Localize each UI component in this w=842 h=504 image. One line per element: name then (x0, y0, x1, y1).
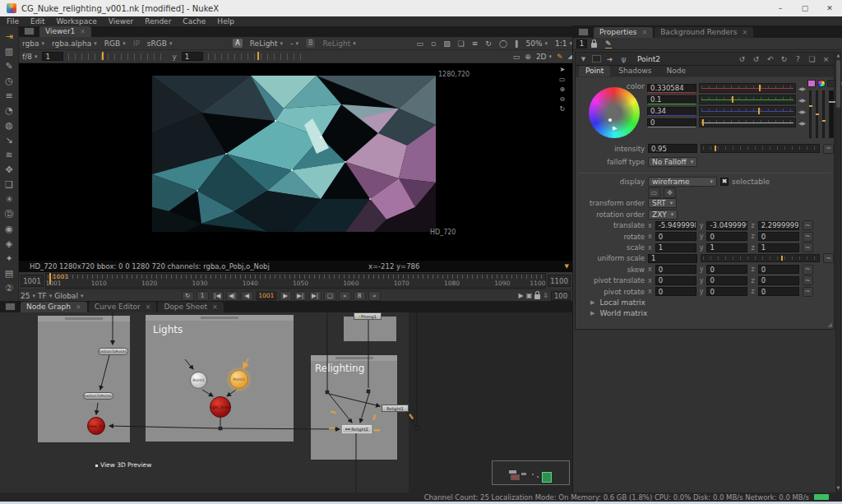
image-icon[interactable]: ▥ (1, 44, 18, 58)
blue-nudge-icon[interactable]: ◀▶ (798, 109, 806, 114)
fstop-control[interactable]: f/8 (22, 53, 37, 61)
snap-icon[interactable]: ✥ (664, 187, 676, 198)
translate-y-field[interactable]: -3.04999995 (706, 221, 747, 230)
rotate-curve-icon[interactable]: ~ (803, 232, 813, 242)
gamma-field[interactable]: 1 (182, 52, 203, 61)
viewer-pane-icon[interactable] (24, 27, 35, 35)
menu-edit[interactable]: Edit (30, 17, 44, 25)
goto-node-icon[interactable]: ➜ (604, 54, 615, 64)
menu-render[interactable]: Render (145, 17, 171, 25)
tab-close-icon[interactable]: × (80, 28, 86, 35)
panel-lock-icon[interactable] (591, 43, 597, 48)
sat-vslider[interactable] (816, 90, 818, 138)
lock-range-icon[interactable] (534, 294, 540, 299)
red-nudge-icon[interactable]: ◀▶ (798, 86, 806, 91)
menu-help[interactable]: Help (217, 17, 234, 25)
close-button[interactable]: ✕ (817, 0, 842, 16)
step-back-button[interactable]: ◀ (241, 291, 253, 301)
zoom-level-dropdown[interactable]: 50% (525, 39, 548, 48)
playback-rate-field[interactable]: 100 (551, 291, 571, 301)
node-preview-scene[interactable]: Preview_Scene (87, 417, 105, 435)
frame-format-icon[interactable]: ▭ (513, 53, 520, 61)
tab-close-icon[interactable]: × (212, 303, 218, 311)
minimize-button[interactable]: – (768, 0, 793, 16)
node-tree-icon[interactable]: ψ (618, 54, 629, 64)
zoom-in-icon[interactable]: ⊕ (559, 86, 565, 93)
minimap-viewport[interactable] (542, 472, 552, 483)
alpha-value-field[interactable]: 0 (647, 118, 696, 127)
small-monitor-icon[interactable]: ▫ (431, 39, 436, 48)
rotate-view-icon[interactable]: ↻ (559, 105, 565, 113)
range-end-field[interactable]: 1100 (548, 275, 571, 287)
input-process-toggle[interactable]: IP (133, 39, 140, 48)
node-point1[interactable]: Point1 (190, 372, 207, 389)
redo-icon[interactable]: ↻ (779, 54, 789, 64)
draw-icon[interactable]: ✎ (1, 58, 18, 73)
color-wheel[interactable]: ▶ (589, 87, 640, 138)
3d-nav-icon[interactable]: ⊕ (525, 53, 531, 61)
wipe-mode-dropdown[interactable]: - (290, 39, 298, 48)
val-vslider[interactable] (822, 90, 825, 138)
scale-curve-icon[interactable]: ~ (803, 243, 813, 252)
marquee-icon[interactable]: ▭ (559, 76, 566, 83)
render-icon[interactable]: ▣ (526, 292, 533, 299)
local-matrix-label[interactable]: Local matrix (599, 298, 645, 307)
split-channels-icon[interactable] (827, 80, 835, 87)
panel-count-field[interactable]: 1 (576, 39, 587, 49)
node-light-scene[interactable]: Light_Scene (210, 396, 231, 418)
translate-z-field[interactable]: 2.29999995 (758, 221, 799, 230)
checkerboard-icon[interactable]: ▨ (443, 39, 451, 48)
particles-icon[interactable]: ✳ (1, 192, 18, 206)
view-mode-dropdown[interactable]: 2D (536, 53, 552, 61)
refresh-icon[interactable]: ↻ (485, 39, 492, 48)
menu-workspace[interactable]: Workspace (57, 17, 97, 25)
rotate-z-field[interactable]: 0 (758, 232, 799, 241)
node-positiontopoints2[interactable]: PositionToPoints2 (98, 348, 128, 355)
node-color-chip[interactable] (592, 55, 601, 62)
frame-increment-field[interactable]: 8 (354, 291, 366, 301)
properties-pane-icon[interactable] (578, 28, 589, 36)
node-relight1[interactable]: Relight1 (382, 405, 409, 412)
wipe-icon[interactable]: ❏ (458, 39, 465, 48)
goto-start-button[interactable]: |◀ (211, 291, 224, 301)
pivot-translate-z-field[interactable]: 0 (758, 276, 799, 285)
step-forward-button[interactable]: ▶ (280, 291, 292, 301)
tab-point[interactable]: Point (579, 66, 610, 76)
menu-file[interactable]: File (7, 17, 19, 25)
alpha-slider[interactable] (699, 118, 796, 127)
tab-close-icon[interactable]: × (76, 303, 81, 311)
channels-dropdown[interactable]: rgba (22, 39, 44, 48)
info-collapse-icon[interactable]: ▼ (565, 263, 569, 270)
scale-y-field[interactable]: 1 (706, 243, 747, 252)
falloff-dropdown[interactable]: No Falloff (648, 157, 697, 167)
properties-scrollbar[interactable]: ▲ ▼ (835, 52, 841, 492)
deep-icon[interactable]: Ⓓ (1, 206, 18, 221)
node-relight2[interactable]: Relight2 (342, 425, 372, 433)
local-matrix-expand-icon[interactable]: ▶ (590, 299, 594, 306)
panel-resize-grip[interactable]: ◢ (828, 321, 832, 328)
translate-x-field[interactable]: -5.94999981 (655, 221, 696, 230)
pivot-translate-curve-icon[interactable]: ~ (803, 275, 813, 285)
pivot-rotate-y-field[interactable]: 0 (706, 287, 747, 296)
pivot-translate-x-field[interactable]: 0 (655, 276, 696, 285)
help-icon[interactable]: ? (793, 54, 803, 64)
zoom-out-icon[interactable]: ⊖ (559, 95, 565, 103)
node-phong1[interactable]: Phong1 (354, 312, 382, 320)
blue-slider[interactable] (699, 106, 796, 116)
range-start-field[interactable]: 1001 (21, 275, 44, 287)
nodegraph-canvas[interactable]: Lights Relighting (0, 312, 572, 492)
menu-cache[interactable]: Cache (183, 17, 206, 25)
gamma-slider[interactable] (208, 53, 307, 60)
transform-order-dropdown[interactable]: SRT (648, 198, 677, 208)
fps-dropdown[interactable]: 25 (21, 292, 35, 300)
node-positiontopoints1[interactable]: PositionToPoints1 (83, 392, 113, 400)
skew-z-field[interactable]: 0 (758, 265, 799, 274)
display-style-dropdown[interactable]: RGB (104, 39, 126, 48)
goto-end-button[interactable]: ▶| (309, 291, 322, 301)
collapse-panel-icon[interactable]: ▼ (578, 54, 589, 64)
annotate-pencil-icon[interactable]: ✎ (557, 53, 563, 61)
roi-icon[interactable]: ◯ (499, 39, 507, 48)
frame-ruler[interactable]: 1001 1001 1010 1020 1030 1040 1050 1060 … (45, 273, 546, 289)
proxy-dropdown[interactable]: 1:1 (555, 39, 572, 48)
world-matrix-label[interactable]: World matrix (599, 309, 647, 317)
